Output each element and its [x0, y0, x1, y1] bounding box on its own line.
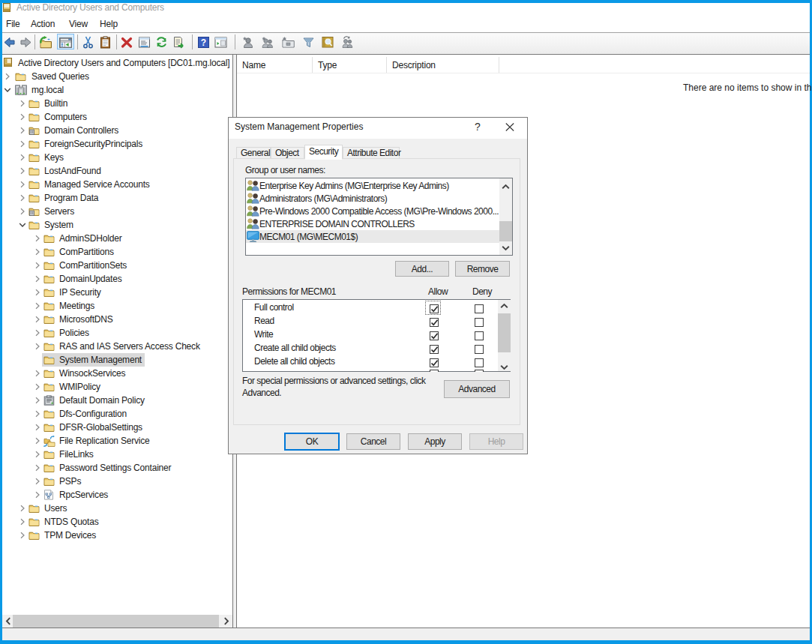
svg-text:?: ?: [201, 37, 206, 48]
